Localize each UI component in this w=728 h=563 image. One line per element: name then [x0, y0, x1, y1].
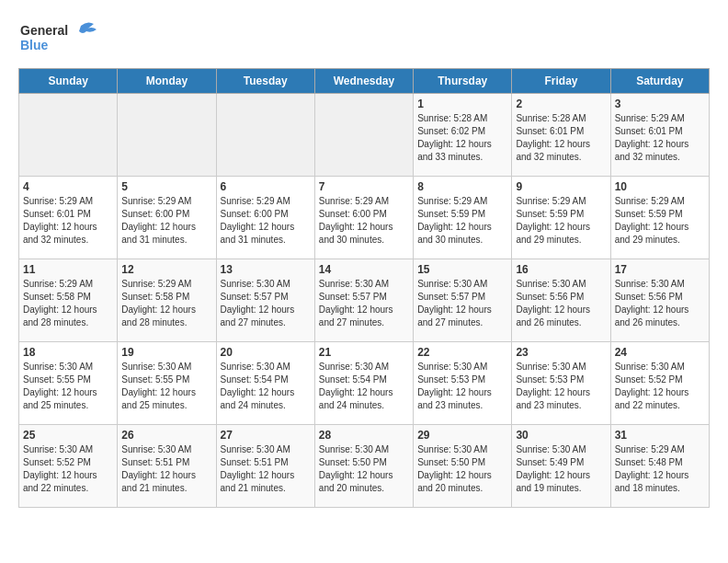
day-info: Sunrise: 5:28 AM Sunset: 6:01 PM Dayligh… — [516, 112, 606, 164]
day-number: 10 — [615, 180, 705, 193]
day-number: 1 — [417, 98, 507, 110]
day-number: 6 — [221, 180, 311, 193]
header-day-friday: Friday — [512, 69, 610, 94]
day-number: 22 — [417, 346, 507, 359]
calendar-week-3: 11Sunrise: 5:29 AM Sunset: 5:58 PM Dayli… — [19, 259, 710, 342]
day-number: 26 — [121, 429, 211, 442]
calendar-cell: 28Sunrise: 5:30 AM Sunset: 5:50 PM Dayli… — [314, 425, 413, 508]
day-number: 25 — [23, 429, 113, 442]
calendar-cell: 30Sunrise: 5:30 AM Sunset: 5:49 PM Dayli… — [512, 425, 610, 508]
day-info: Sunrise: 5:30 AM Sunset: 5:57 PM Dayligh… — [319, 278, 409, 329]
calendar-cell: 17Sunrise: 5:30 AM Sunset: 5:56 PM Dayli… — [610, 259, 709, 342]
calendar-cell: 31Sunrise: 5:29 AM Sunset: 5:48 PM Dayli… — [610, 425, 709, 508]
day-info: Sunrise: 5:30 AM Sunset: 5:54 PM Dayligh… — [221, 361, 311, 412]
day-info: Sunrise: 5:29 AM Sunset: 5:59 PM Dayligh… — [516, 195, 606, 247]
day-info: Sunrise: 5:29 AM Sunset: 6:01 PM Dayligh… — [615, 112, 705, 164]
day-info: Sunrise: 5:30 AM Sunset: 5:57 PM Dayligh… — [221, 278, 311, 329]
day-number: 13 — [221, 263, 311, 276]
day-info: Sunrise: 5:29 AM Sunset: 6:00 PM Dayligh… — [121, 195, 211, 247]
day-number: 27 — [221, 429, 311, 442]
calendar-cell: 20Sunrise: 5:30 AM Sunset: 5:54 PM Dayli… — [216, 342, 314, 425]
header-day-tuesday: Tuesday — [216, 69, 314, 94]
calendar-cell: 19Sunrise: 5:30 AM Sunset: 5:55 PM Dayli… — [118, 342, 216, 425]
day-info: Sunrise: 5:30 AM Sunset: 5:54 PM Dayligh… — [319, 361, 409, 412]
calendar-cell: 13Sunrise: 5:30 AM Sunset: 5:57 PM Dayli… — [216, 259, 314, 342]
day-number: 14 — [319, 263, 409, 276]
day-info: Sunrise: 5:30 AM Sunset: 5:55 PM Dayligh… — [121, 361, 211, 412]
calendar-cell: 21Sunrise: 5:30 AM Sunset: 5:54 PM Dayli… — [314, 342, 413, 425]
svg-text:Blue: Blue — [20, 38, 49, 52]
header-day-thursday: Thursday — [414, 69, 512, 94]
calendar-cell: 26Sunrise: 5:30 AM Sunset: 5:51 PM Dayli… — [118, 425, 216, 508]
day-number: 23 — [516, 346, 606, 359]
header-day-wednesday: Wednesday — [314, 69, 413, 94]
day-number: 20 — [221, 346, 311, 359]
calendar-cell: 4Sunrise: 5:29 AM Sunset: 6:01 PM Daylig… — [19, 177, 118, 259]
day-number: 28 — [319, 429, 409, 442]
calendar-cell — [314, 94, 413, 177]
header-day-saturday: Saturday — [610, 69, 709, 94]
day-info: Sunrise: 5:29 AM Sunset: 6:00 PM Dayligh… — [319, 195, 409, 247]
calendar-week-4: 18Sunrise: 5:30 AM Sunset: 5:55 PM Dayli… — [19, 342, 710, 425]
calendar-cell: 9Sunrise: 5:29 AM Sunset: 5:59 PM Daylig… — [512, 177, 610, 259]
calendar-cell — [216, 94, 314, 177]
calendar-cell: 16Sunrise: 5:30 AM Sunset: 5:56 PM Dayli… — [512, 259, 610, 342]
calendar-cell — [19, 94, 118, 177]
day-number: 16 — [516, 263, 606, 276]
day-number: 12 — [121, 263, 211, 276]
day-info: Sunrise: 5:30 AM Sunset: 5:50 PM Dayligh… — [417, 443, 507, 495]
day-number: 31 — [615, 429, 705, 442]
day-info: Sunrise: 5:30 AM Sunset: 5:53 PM Dayligh… — [417, 361, 507, 412]
title-section — [101, 18, 710, 20]
calendar-cell: 3Sunrise: 5:29 AM Sunset: 6:01 PM Daylig… — [610, 94, 709, 177]
calendar-header-row: SundayMondayTuesdayWednesdayThursdayFrid… — [19, 69, 710, 94]
calendar-week-1: 1Sunrise: 5:28 AM Sunset: 6:02 PM Daylig… — [19, 94, 710, 177]
calendar-cell — [118, 94, 216, 177]
logo-text: General Blue — [18, 18, 101, 59]
day-info: Sunrise: 5:28 AM Sunset: 6:02 PM Dayligh… — [417, 112, 507, 164]
day-number: 17 — [615, 263, 705, 276]
day-number: 8 — [417, 180, 507, 193]
calendar-cell: 6Sunrise: 5:29 AM Sunset: 6:00 PM Daylig… — [216, 177, 314, 259]
calendar-week-2: 4Sunrise: 5:29 AM Sunset: 6:01 PM Daylig… — [19, 177, 710, 259]
day-info: Sunrise: 5:30 AM Sunset: 5:56 PM Dayligh… — [615, 278, 705, 329]
day-number: 30 — [516, 429, 606, 442]
day-number: 24 — [615, 346, 705, 359]
calendar-cell: 8Sunrise: 5:29 AM Sunset: 5:59 PM Daylig… — [414, 177, 512, 259]
calendar-cell: 29Sunrise: 5:30 AM Sunset: 5:50 PM Dayli… — [414, 425, 512, 508]
day-info: Sunrise: 5:30 AM Sunset: 5:56 PM Dayligh… — [516, 278, 606, 329]
calendar-week-5: 25Sunrise: 5:30 AM Sunset: 5:52 PM Dayli… — [19, 425, 710, 508]
day-number: 4 — [23, 180, 113, 193]
svg-text:General: General — [20, 23, 68, 38]
day-info: Sunrise: 5:29 AM Sunset: 5:59 PM Dayligh… — [417, 195, 507, 247]
day-number: 29 — [417, 429, 507, 442]
calendar-cell: 18Sunrise: 5:30 AM Sunset: 5:55 PM Dayli… — [19, 342, 118, 425]
day-info: Sunrise: 5:30 AM Sunset: 5:49 PM Dayligh… — [516, 443, 606, 495]
header: General Blue — [18, 18, 710, 59]
calendar-cell: 24Sunrise: 5:30 AM Sunset: 5:52 PM Dayli… — [610, 342, 709, 425]
day-number: 3 — [615, 98, 705, 110]
calendar-cell: 12Sunrise: 5:29 AM Sunset: 5:58 PM Dayli… — [118, 259, 216, 342]
day-info: Sunrise: 5:29 AM Sunset: 5:58 PM Dayligh… — [121, 278, 211, 329]
header-day-monday: Monday — [118, 69, 216, 94]
day-number: 7 — [319, 180, 409, 193]
day-number: 21 — [319, 346, 409, 359]
calendar-cell: 5Sunrise: 5:29 AM Sunset: 6:00 PM Daylig… — [118, 177, 216, 259]
day-number: 9 — [516, 180, 606, 193]
day-info: Sunrise: 5:29 AM Sunset: 5:58 PM Dayligh… — [23, 278, 113, 329]
day-number: 11 — [23, 263, 113, 276]
calendar-cell: 7Sunrise: 5:29 AM Sunset: 6:00 PM Daylig… — [314, 177, 413, 259]
day-info: Sunrise: 5:30 AM Sunset: 5:53 PM Dayligh… — [516, 361, 606, 412]
day-number: 18 — [23, 346, 113, 359]
day-number: 2 — [516, 98, 606, 110]
calendar-cell: 2Sunrise: 5:28 AM Sunset: 6:01 PM Daylig… — [512, 94, 610, 177]
day-info: Sunrise: 5:30 AM Sunset: 5:50 PM Dayligh… — [319, 443, 409, 495]
day-info: Sunrise: 5:30 AM Sunset: 5:57 PM Dayligh… — [417, 278, 507, 329]
calendar-cell: 15Sunrise: 5:30 AM Sunset: 5:57 PM Dayli… — [414, 259, 512, 342]
day-info: Sunrise: 5:29 AM Sunset: 6:00 PM Dayligh… — [221, 195, 311, 247]
day-info: Sunrise: 5:29 AM Sunset: 5:48 PM Dayligh… — [615, 443, 705, 495]
day-info: Sunrise: 5:30 AM Sunset: 5:51 PM Dayligh… — [221, 443, 311, 495]
calendar-cell: 22Sunrise: 5:30 AM Sunset: 5:53 PM Dayli… — [414, 342, 512, 425]
day-info: Sunrise: 5:29 AM Sunset: 6:01 PM Dayligh… — [23, 195, 113, 247]
calendar-cell: 27Sunrise: 5:30 AM Sunset: 5:51 PM Dayli… — [216, 425, 314, 508]
